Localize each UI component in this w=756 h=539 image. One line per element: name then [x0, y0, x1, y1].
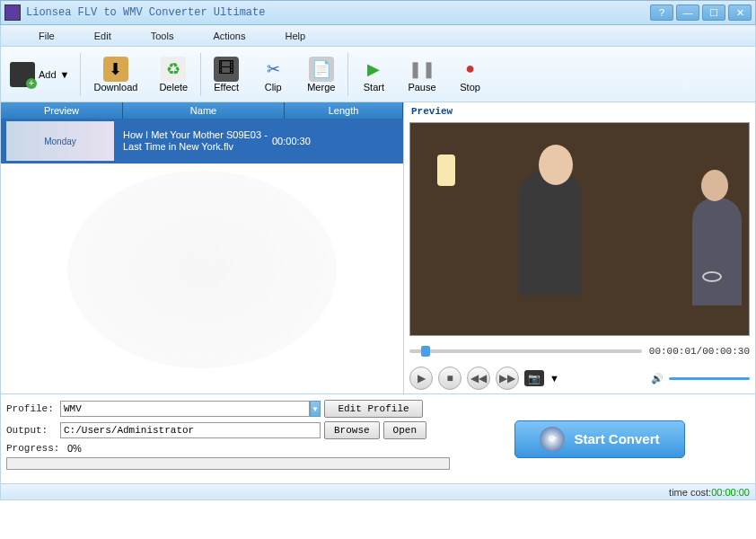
help-button[interactable]: ? [650, 4, 673, 21]
download-button[interactable]: ⬇Download [83, 49, 148, 101]
progress-bar [6, 457, 450, 470]
stop-label: Stop [460, 82, 480, 93]
stop-control[interactable]: ■ [438, 367, 462, 390]
minimize-button[interactable]: — [676, 4, 699, 21]
snapshot-dropdown-icon[interactable]: ▼ [549, 373, 559, 384]
file-length: 00:00:30 [272, 136, 344, 146]
delete-label: Delete [159, 82, 188, 93]
timecost-value: 00:00:00 [711, 487, 750, 498]
watermark-icon [67, 171, 337, 368]
download-icon: ⬇ [103, 57, 128, 82]
start-label: Start [364, 82, 384, 93]
maximize-button[interactable]: ☐ [702, 4, 725, 21]
toolbar: Add ▼ ⬇Download ♻Delete 🎞Effect ✂Clip 📄M… [0, 47, 756, 102]
profile-dropdown-icon[interactable]: ▼ [310, 401, 321, 417]
open-button[interactable]: Open [383, 421, 426, 439]
pause-button[interactable]: ❚❚Pause [397, 49, 446, 101]
stop-button[interactable]: ●Stop [447, 49, 494, 101]
add-label: Add [39, 69, 57, 80]
start-button[interactable]: ▶Start [350, 49, 397, 101]
menu-edit[interactable]: Edit [75, 27, 131, 45]
clip-label: Clip [265, 82, 282, 93]
file-list-pane: Preview Name Length Monday How I Met You… [1, 102, 403, 393]
menu-file[interactable]: File [19, 27, 75, 45]
preview-pane: Preview 00:00:01/00:00:30 ▶ ■ ◀◀ ▶▶ 📷 ▼ … [403, 102, 755, 393]
progress-value: 0% [67, 443, 82, 454]
window-title: Lionsea FLV to WMV Converter Ultimate [26, 6, 647, 19]
col-name[interactable]: Name [123, 102, 285, 119]
merge-button[interactable]: 📄Merge [296, 49, 346, 101]
preview-title: Preview [409, 104, 750, 119]
col-preview[interactable]: Preview [1, 102, 123, 119]
convert-icon: ⟳ [540, 427, 565, 452]
add-button[interactable]: Add ▼ [1, 59, 78, 90]
merge-label: Merge [307, 82, 335, 93]
download-label: Download [93, 82, 137, 93]
stop-icon: ● [458, 57, 483, 82]
preview-video[interactable] [409, 122, 750, 336]
start-convert-button[interactable]: ⟳ Start Convert [514, 420, 685, 458]
profile-label: Profile: [6, 403, 60, 414]
edit-profile-button[interactable]: Edit Profile [324, 400, 423, 418]
volume-icon[interactable]: 🔊 [651, 373, 664, 384]
effect-button[interactable]: 🎞Effect [203, 49, 250, 101]
film-add-icon [10, 62, 35, 87]
close-button[interactable]: ✕ [728, 4, 752, 21]
dropdown-icon: ▼ [60, 69, 70, 80]
rewind-control[interactable]: ◀◀ [467, 367, 490, 390]
progress-label: Progress: [6, 443, 67, 454]
output-input[interactable] [60, 422, 321, 438]
time-display: 00:00:01/00:00:30 [649, 346, 750, 357]
list-header: Preview Name Length [1, 102, 403, 119]
col-length[interactable]: Length [285, 102, 403, 119]
title-bar: Lionsea FLV to WMV Converter Ultimate ? … [0, 0, 756, 25]
file-name: How I Met Your Mother S09E03 - Last Time… [119, 128, 272, 155]
forward-control[interactable]: ▶▶ [496, 367, 519, 390]
effect-icon: 🎞 [214, 57, 239, 82]
file-row[interactable]: Monday How I Met Your Mother S09E03 - La… [1, 119, 403, 163]
seek-thumb[interactable] [421, 346, 430, 357]
convert-label: Start Convert [574, 431, 659, 446]
menu-bar: File Edit Tools Actions Help [0, 25, 756, 47]
snapshot-button[interactable]: 📷 [524, 370, 544, 386]
timecost-label: time cost: [669, 487, 711, 498]
output-label: Output: [6, 425, 60, 436]
recycle-icon: ♻ [161, 57, 186, 82]
delete-button[interactable]: ♻Delete [148, 49, 198, 101]
play-control[interactable]: ▶ [409, 367, 433, 390]
list-body[interactable]: Monday How I Met Your Mother S09E03 - La… [1, 119, 403, 393]
app-logo-icon [4, 4, 21, 21]
scissors-icon: ✂ [260, 57, 286, 82]
pause-icon: ❚❚ [409, 57, 435, 82]
volume-slider[interactable] [669, 377, 750, 380]
merge-icon: 📄 [309, 57, 334, 82]
pause-label: Pause [408, 82, 435, 93]
effect-label: Effect [214, 82, 239, 93]
menu-help[interactable]: Help [265, 27, 325, 45]
player-controls: ▶ ■ ◀◀ ▶▶ 📷 ▼ 🔊 [409, 363, 750, 392]
browse-button[interactable]: Browse [324, 421, 380, 439]
menu-actions[interactable]: Actions [193, 27, 265, 45]
status-bar: time cost: 00:00:00 [0, 484, 756, 500]
play-icon: ▶ [361, 57, 386, 82]
menu-tools[interactable]: Tools [131, 27, 194, 45]
profile-input[interactable] [60, 401, 310, 417]
file-thumbnail: Monday [6, 121, 114, 161]
clip-button[interactable]: ✂Clip [250, 49, 296, 101]
seek-bar[interactable]: 00:00:01/00:00:30 [409, 343, 750, 359]
